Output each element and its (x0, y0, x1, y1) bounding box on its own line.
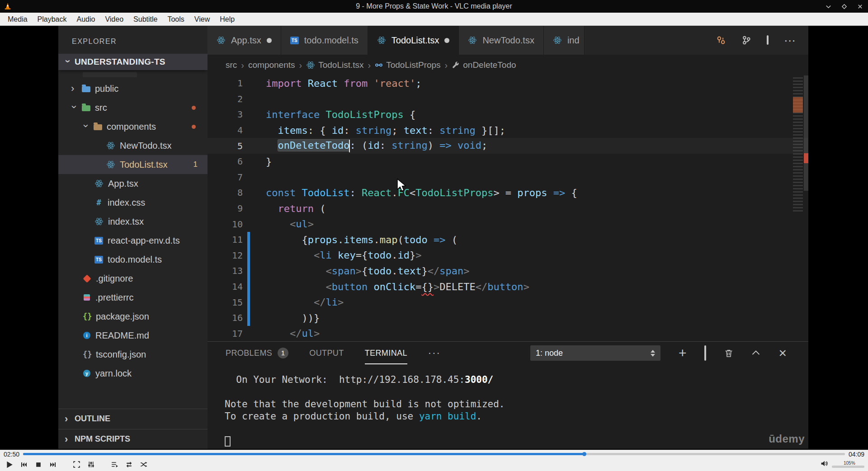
menu-help[interactable]: Help (215, 13, 240, 26)
tree-item-todolist-tsx[interactable]: TodoList.tsx1 (58, 155, 208, 174)
code-editor[interactable]: 1import React from 'react';23interface T… (208, 75, 808, 341)
file-label: yarn.lock (95, 368, 132, 379)
breadcrumb-item-todolist-tsx[interactable]: TodoList.tsx (306, 60, 363, 70)
breadcrumb-item-src[interactable]: src (226, 60, 237, 70)
source-control-icon[interactable] (741, 35, 751, 45)
stop-button[interactable] (33, 459, 44, 471)
breadcrumb-item-components[interactable]: components (248, 60, 295, 70)
menu-media[interactable]: Media (3, 13, 33, 26)
menu-playback[interactable]: Playback (33, 13, 72, 26)
code-line-9[interactable]: 9 return ( (208, 201, 808, 217)
kill-terminal-icon[interactable] (724, 349, 733, 358)
editor-scrollbar[interactable] (804, 75, 808, 191)
code-line-14[interactable]: 14 <button onClick={}>DELETE</button> (208, 279, 808, 295)
tab-app-tsx[interactable]: App.tsx (208, 26, 281, 55)
tree-item-public[interactable]: ›public (58, 79, 208, 98)
breadcrumb-label: TodoList.tsx (318, 60, 363, 70)
code-line-4[interactable]: 4 items: { id: string; text: string }[]; (208, 122, 808, 138)
ts-icon: TS (290, 37, 299, 44)
code-line-1[interactable]: 1import React from 'react'; (208, 75, 808, 91)
explorer-tree: ›public›src›componentsNewTodo.tsxTodoLis… (58, 79, 208, 383)
menu-audio[interactable]: Audio (72, 13, 100, 26)
loop-button[interactable] (123, 459, 135, 471)
outline-section[interactable]: › OUTLINE (58, 409, 208, 429)
maximize-panel-icon[interactable] (751, 349, 760, 358)
open-changes-icon[interactable] (716, 35, 726, 45)
menu-tools[interactable]: Tools (162, 13, 189, 26)
breadcrumb-item-todolistprops[interactable]: TodoListProps (375, 60, 440, 70)
maximize-button[interactable] (841, 3, 848, 10)
code-line-10[interactable]: 10 <ul> (208, 216, 808, 232)
tab-todo-model-ts[interactable]: TStodo.model.ts (281, 26, 368, 55)
code-line-3[interactable]: 3interface TodoListProps { (208, 107, 808, 122)
explorer-root-folder[interactable]: › UNDERSTANDING-TS (58, 54, 208, 70)
code-line-12[interactable]: 12 <li key={todo.id}> (208, 248, 808, 264)
breadcrumb-item-ondeletetodo[interactable]: onDeleteTodo (452, 60, 516, 70)
code-line-15[interactable]: 15 </li> (208, 294, 808, 310)
tree-item-todo-model-ts[interactable]: TStodo.model.ts (58, 250, 208, 269)
npm-scripts-section[interactable]: › NPM SCRIPTS (58, 429, 208, 449)
close-panel-icon[interactable]: × (778, 346, 787, 360)
code-line-6[interactable]: 6} (208, 154, 808, 170)
seek-slider[interactable] (23, 453, 845, 455)
tab-label: todo.model.ts (304, 35, 359, 46)
tree-item-components[interactable]: ›components (58, 117, 208, 136)
tree-item-newtodo-tsx[interactable]: NewTodo.tsx (58, 136, 208, 155)
line-number: 4 (208, 125, 243, 136)
tab-newtodo-tsx[interactable]: NewTodo.tsx (459, 26, 544, 55)
panel-tab-terminal[interactable]: TERMINAL (365, 342, 407, 364)
minimize-button[interactable] (825, 3, 832, 10)
close-button[interactable] (857, 3, 863, 10)
tree-item-readme-md[interactable]: iREADME.md (58, 326, 208, 345)
menu-subtitle[interactable]: Subtitle (128, 13, 162, 26)
code-line-13[interactable]: 13 <span>{todo.text}</span> (208, 263, 808, 279)
panel-right-controls: 1: node+× (530, 342, 787, 364)
previous-button[interactable] (18, 459, 30, 471)
tree-item-index-tsx[interactable]: index.tsx (58, 212, 208, 231)
volume-control[interactable]: 105% (821, 460, 864, 469)
panel-more-icon[interactable]: ··· (428, 347, 441, 359)
split-editor-icon[interactable] (767, 36, 769, 44)
volume-slider[interactable] (832, 466, 864, 468)
tab-ind[interactable]: ind (544, 26, 585, 55)
code-line-17[interactable]: 17 </ul> (208, 326, 808, 342)
split-terminal-icon[interactable] (704, 347, 706, 359)
menu-video[interactable]: Video (100, 13, 128, 26)
code-line-7[interactable]: 7 (208, 170, 808, 185)
shuffle-button[interactable] (137, 459, 149, 471)
tree-item-index-css[interactable]: #index.css (58, 193, 208, 212)
playlist-button[interactable] (108, 459, 120, 471)
extended-settings-button[interactable] (85, 459, 97, 471)
tab-todolist-tsx[interactable]: TodoList.tsx (368, 26, 459, 55)
tree-item-app-tsx[interactable]: App.tsx (58, 174, 208, 193)
tree-item-gitignore[interactable]: .gitignore (58, 269, 208, 288)
gutter-change-bar (247, 248, 250, 264)
new-terminal-icon[interactable]: + (679, 346, 687, 360)
more-actions-icon[interactable]: ··· (784, 34, 796, 46)
tree-item-tsconfig-json[interactable]: {}tsconfig.json (58, 345, 208, 364)
seek-progress (23, 453, 585, 455)
terminal[interactable]: On Your Network: http://192.168.178.45:3… (208, 364, 808, 447)
code-text: </ul> (266, 328, 320, 339)
play-button[interactable] (4, 459, 15, 471)
menu-view[interactable]: View (189, 13, 215, 26)
code-line-8[interactable]: 8const TodoList: React.FC<TodoListProps>… (208, 185, 808, 201)
tree-item-yarn-lock[interactable]: yyarn.lock (58, 364, 208, 383)
tree-item-prettierrc[interactable]: .prettierrc (58, 288, 208, 307)
tree-item-src[interactable]: ›src (58, 98, 208, 117)
file-label: App.tsx (108, 179, 138, 189)
tree-item-package-json[interactable]: {}package.json (58, 307, 208, 326)
tree-item-react-app-env-d-ts[interactable]: TSreact-app-env.d.ts (58, 231, 208, 250)
code-line-16[interactable]: 16 ))} (208, 310, 808, 326)
fullscreen-button[interactable] (71, 459, 82, 471)
code-line-2[interactable]: 2 (208, 91, 808, 107)
panel-tab-output[interactable]: OUTPUT (309, 342, 344, 364)
panel-tab-problems[interactable]: PROBLEMS1 (226, 342, 288, 364)
tab-label: ind (567, 35, 580, 46)
video-area[interactable]: EXPLORER › UNDERSTANDING-TS ›public›src›… (0, 26, 868, 450)
code-line-11[interactable]: 11 {props.items.map(todo => ( (208, 232, 808, 248)
next-button[interactable] (47, 459, 59, 471)
code-line-5[interactable]: 5 onDeleteTodo: (id: string) => void; (208, 138, 808, 154)
terminal-dropdown[interactable]: 1: node (530, 345, 660, 361)
npm-icon: {} (83, 312, 91, 321)
